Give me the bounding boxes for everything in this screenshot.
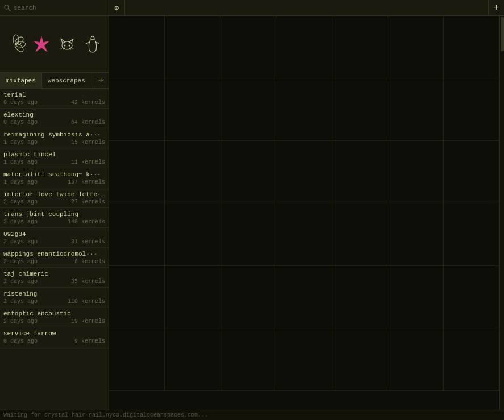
grid-cell[interactable] <box>444 203 499 266</box>
grid-cell[interactable] <box>444 16 499 78</box>
grid-cell[interactable] <box>276 141 332 203</box>
list-item[interactable]: materialiti seathong~ k··· 1 days ago 15… <box>0 168 109 188</box>
grid-cell[interactable] <box>332 78 388 141</box>
list-item-age: 2 days ago <box>3 259 38 265</box>
new-item-button[interactable]: + <box>488 0 504 16</box>
grid-cell[interactable] <box>332 16 388 78</box>
list-item-kernels: 35 kernels <box>71 278 105 285</box>
list-item-title: terial <box>3 92 105 98</box>
list-item-title: wappings enantiodromol··· <box>3 251 105 257</box>
top-bar: ⚙ + <box>0 0 504 16</box>
svg-point-11 <box>69 44 70 46</box>
grid-cell[interactable] <box>109 328 165 391</box>
list-item[interactable]: plasmic tincel 1 days ago 11 kernels <box>0 148 109 168</box>
tab-mixtapes[interactable]: mixtapes <box>0 73 42 88</box>
list-item-age: 2 days ago <box>3 318 38 325</box>
list-item-age: 0 days ago <box>3 119 38 126</box>
list-item[interactable]: elexting 0 days ago 64 kernels <box>0 109 109 128</box>
grid-cell[interactable] <box>109 16 165 78</box>
grid-cell[interactable] <box>220 328 276 391</box>
grid-cell[interactable] <box>332 266 388 328</box>
grid-cell[interactable] <box>444 78 499 141</box>
list-item[interactable]: taj chimeric 2 days ago 35 kernels <box>0 268 109 288</box>
grid-cell[interactable] <box>220 78 276 141</box>
list-item[interactable]: trans jbint coupling 2 days ago 140 kern… <box>0 208 109 228</box>
grid-cell[interactable] <box>109 203 165 266</box>
list-item-meta: 2 days ago 31 kernels <box>3 239 105 245</box>
grid-cell[interactable] <box>109 266 165 328</box>
grid-cell[interactable] <box>276 328 332 391</box>
list-item-kernels: 157 kernels <box>68 179 105 185</box>
grid-cell[interactable] <box>276 203 332 266</box>
list-item[interactable]: reimagining symbiosis a··· 1 days ago 15… <box>0 128 109 148</box>
list-item[interactable]: entoptic encoustic 2 days ago 19 kernels <box>0 307 109 327</box>
list-item[interactable]: service farrow 0 days ago 9 kernels <box>0 327 109 347</box>
list-item-title: ristening <box>3 290 105 297</box>
list-item[interactable]: interior love twine lette··· 2 days ago … <box>0 188 109 208</box>
list-item-title: trans jbint coupling <box>3 211 105 218</box>
tab-webscrapes[interactable]: webscrapes <box>42 73 91 88</box>
grid-cell[interactable] <box>109 78 165 141</box>
grid-cell[interactable] <box>444 266 499 328</box>
thumbnail-4[interactable] <box>81 19 105 69</box>
list-item-title: taj chimeric <box>3 271 105 277</box>
grid-cell[interactable] <box>220 203 276 266</box>
grid-cell[interactable] <box>444 141 499 203</box>
thumbnail-3[interactable] <box>55 19 79 69</box>
grid-cell[interactable] <box>220 141 276 203</box>
svg-marker-9 <box>69 39 73 43</box>
grid-cell[interactable] <box>332 141 388 203</box>
tab-add-button[interactable]: + <box>93 73 109 88</box>
grid-cell[interactable] <box>220 16 276 78</box>
list-item-meta: 2 days ago 140 kernels <box>3 219 105 225</box>
grid-cell[interactable] <box>165 328 220 391</box>
grid-cell[interactable] <box>165 266 220 328</box>
scroll-thumb[interactable] <box>501 17 504 51</box>
tabs-row: mixtapes webscrapes + <box>0 73 109 89</box>
grid-cell[interactable] <box>388 141 444 203</box>
list-item-kernels: 19 kernels <box>71 318 105 325</box>
list-item-title: service farrow <box>3 330 105 337</box>
status-text: Waiting for crystal-hair-nail.nyc3.digit… <box>3 412 208 418</box>
grid-cell[interactable] <box>165 203 220 266</box>
list-item-kernels: 9 kernels <box>74 338 105 344</box>
grid-cell[interactable] <box>332 203 388 266</box>
grid-cell[interactable] <box>276 78 332 141</box>
list-item-meta: 1 days ago 15 kernels <box>3 139 105 145</box>
grid-cell[interactable] <box>165 78 220 141</box>
list-item-title: entoptic encoustic <box>3 310 105 317</box>
list-item[interactable]: terial 0 days ago 42 kernels <box>0 89 109 109</box>
grid-cell[interactable] <box>388 203 444 266</box>
grid-cell[interactable] <box>388 78 444 141</box>
grid-cell[interactable] <box>276 16 332 78</box>
svg-marker-8 <box>61 39 65 43</box>
grid-cell[interactable] <box>165 141 220 203</box>
grid-cell[interactable] <box>444 328 499 391</box>
gear-button[interactable]: ⚙ <box>109 0 125 16</box>
list-item-kernels: 31 kernels <box>71 239 105 245</box>
list-area: terial 0 days ago 42 kernels elexting 0 … <box>0 89 109 410</box>
grid-cell[interactable] <box>332 328 388 391</box>
thumbnail-2[interactable] <box>30 19 53 69</box>
list-item[interactable]: 092g34 2 days ago 31 kernels <box>0 228 109 248</box>
list-item-meta: 0 days ago 42 kernels <box>3 99 105 106</box>
grid-cell[interactable] <box>165 16 220 78</box>
grid-cell[interactable] <box>388 266 444 328</box>
list-item-meta: 1 days ago 11 kernels <box>3 159 105 165</box>
grid-cell[interactable] <box>220 266 276 328</box>
list-item[interactable]: wappings enantiodromol··· 2 days ago 6 k… <box>0 248 109 268</box>
list-item-meta: 1 days ago 157 kernels <box>3 179 105 185</box>
grid-cell[interactable] <box>388 16 444 78</box>
grid-cell[interactable] <box>109 141 165 203</box>
list-item-age: 2 days ago <box>3 298 38 305</box>
search-input[interactable] <box>14 5 105 11</box>
list-item-age: 1 days ago <box>3 139 38 145</box>
grid-cell[interactable] <box>388 328 444 391</box>
thumbnail-1[interactable] <box>4 19 28 69</box>
list-item-age: 2 days ago <box>3 199 38 205</box>
grid-cell[interactable] <box>276 266 332 328</box>
list-item[interactable]: ristening 2 days ago 110 kernels <box>0 288 109 307</box>
list-item-kernels: 42 kernels <box>71 99 105 106</box>
scrollbar[interactable] <box>499 16 504 410</box>
list-item-age: 1 days ago <box>3 179 38 185</box>
